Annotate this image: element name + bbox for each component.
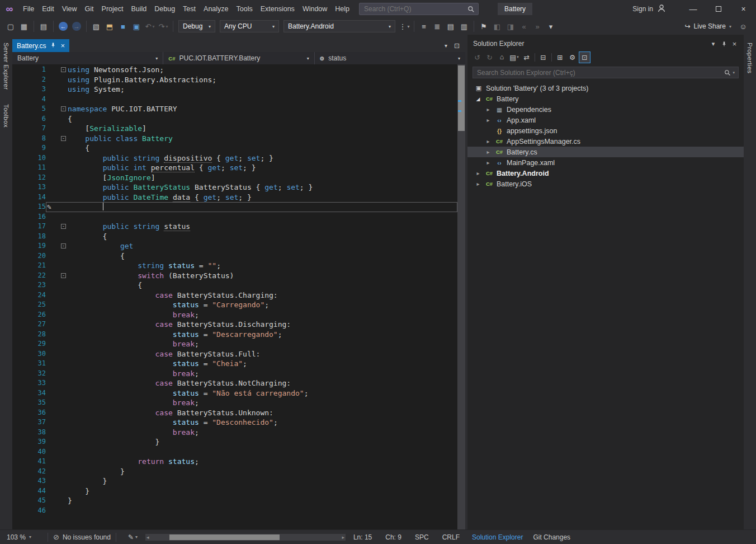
code-line-11[interactable]: 11 public int percentual { get; set; } [12, 163, 457, 173]
decrease-indent-icon[interactable]: « [518, 20, 530, 32]
menu-view[interactable]: View [58, 0, 81, 18]
save-all-icon[interactable]: ▣ [130, 20, 143, 32]
pin-icon[interactable] [719, 41, 729, 47]
code-line-46[interactable]: 46 [12, 506, 457, 516]
code-line-21[interactable]: 21 string status = ""; [12, 261, 457, 271]
code-line-18[interactable]: 18 { [12, 232, 457, 242]
fold-toggle-icon[interactable]: - [61, 224, 66, 229]
search-icon[interactable] [467, 6, 478, 13]
minimize-button[interactable]: — [681, 0, 706, 18]
code-line-2[interactable]: 2using Plugin.Battery.Abstractions; [12, 75, 457, 85]
code-line-14[interactable]: 14 public DateTime data { get; set; } [12, 193, 457, 203]
chevron-expanded-icon[interactable]: ◢ [474, 96, 482, 102]
code-line-33[interactable]: 33 case BatteryStatus.NotCharging: [12, 378, 457, 388]
code-line-40[interactable]: 40 [12, 447, 457, 457]
new-project-icon[interactable]: ▧ [90, 20, 102, 32]
chevron-collapsed-icon[interactable]: ▸ [474, 170, 482, 176]
build-hierarchy-icon[interactable]: ≡ [418, 20, 430, 32]
code-line-27[interactable]: 27 case BatteryStatus.Discharging: [12, 320, 457, 330]
solution-configuration-dropdown[interactable]: Debug▾ [178, 20, 215, 32]
menu-project[interactable]: Project [98, 0, 127, 18]
code-line-20[interactable]: 20 { [12, 251, 457, 261]
fold-toggle-icon[interactable]: - [61, 136, 66, 141]
bottom-tab-git-changes[interactable]: Git Changes [533, 533, 570, 541]
code-line-23[interactable]: 23 { [12, 280, 457, 290]
code-line-38[interactable]: 38 break; [12, 428, 457, 438]
undo-icon[interactable]: ↶▾ [144, 20, 156, 32]
close-button[interactable]: × [731, 0, 756, 18]
project-dropdown[interactable]: Battery ▾ [12, 52, 163, 64]
switch-views-icon[interactable]: ▤▾ [508, 51, 520, 63]
code-line-7[interactable]: 7 [Serializable] [12, 124, 457, 134]
sidebar-tab-server-explorer[interactable]: Server Explorer [3, 43, 10, 90]
tab-battery-cs[interactable]: Battery.cs × [12, 39, 69, 52]
code-line-9[interactable]: 9 { [12, 143, 457, 153]
tree-item-appsettings-json[interactable]: {}appsettings.json [467, 125, 744, 136]
file-structure-icon[interactable]: ≣ [431, 20, 443, 32]
code-line-35[interactable]: 35 break; [12, 398, 457, 408]
fold-toggle-icon[interactable]: - [61, 273, 66, 278]
code-line-29[interactable]: 29 break; [12, 339, 457, 349]
window-position-icon[interactable]: ▾ [708, 40, 719, 48]
code-lines[interactable]: ✎ 1-using Newtonsoft.Json;2using Plugin.… [12, 64, 457, 529]
menu-build[interactable]: Build [127, 0, 150, 18]
comment-icon[interactable]: ◧ [491, 20, 503, 32]
tree-item-solution-battery-3-of-3-projects[interactable]: ▣Solution 'Battery' (3 of 3 projects) [467, 83, 744, 93]
navigate-back-icon[interactable]: ← [57, 20, 69, 32]
code-line-6[interactable]: 6{ [12, 114, 457, 124]
chevron-collapsed-icon[interactable]: ▸ [484, 160, 492, 166]
zoom-dropdown[interactable]: 103 % ▾ [7, 533, 42, 541]
chevron-collapsed-icon[interactable]: ▸ [484, 117, 492, 123]
code-line-36[interactable]: 36 case BatteryStatus.Unknown: [12, 408, 457, 418]
code-line-31[interactable]: 31 status = "Cheia"; [12, 359, 457, 369]
menu-test[interactable]: Test [179, 0, 200, 18]
code-line-37[interactable]: 37 status = "Desconhecido"; [12, 418, 457, 428]
code-line-26[interactable]: 26 break; [12, 310, 457, 320]
code-line-25[interactable]: 25 status = "Carregando"; [12, 300, 457, 310]
home-icon[interactable]: ⌂ [496, 51, 508, 63]
tree-item-battery-android[interactable]: ▸C#Battery.Android [467, 168, 744, 179]
tree-item-battery-ios[interactable]: ▸C#Battery.iOS [467, 179, 744, 189]
back-icon[interactable]: ↺ [471, 51, 483, 63]
new-window-icon[interactable]: ▢ [4, 20, 17, 32]
bookmark-icon[interactable]: ⚑ [478, 20, 490, 32]
chevron-collapsed-icon[interactable]: ▸ [474, 181, 482, 187]
menu-help[interactable]: Help [331, 0, 353, 18]
window-options-icon[interactable]: ⊡ [454, 42, 460, 50]
code-line-44[interactable]: 44 } [12, 486, 457, 496]
search-icon[interactable]: ▾ [724, 69, 738, 76]
menu-git[interactable]: Git [81, 0, 98, 18]
scroll-right-icon[interactable]: ▸ [342, 534, 344, 541]
menu-edit[interactable]: Edit [38, 0, 58, 18]
code-line-12[interactable]: 12 [JsonIgnore] [12, 173, 457, 183]
solution-search-input[interactable] [473, 69, 724, 77]
code-line-45[interactable]: 45} [12, 496, 457, 506]
uncomment-icon[interactable]: ◨ [504, 20, 517, 32]
code-line-1[interactable]: 1-using Newtonsoft.Json; [12, 65, 457, 75]
menu-file[interactable]: File [19, 0, 38, 18]
close-icon[interactable]: × [60, 41, 65, 50]
tree-item-appsettingsmanager-cs[interactable]: ▸C#AppSettingsManager.cs [467, 136, 744, 147]
open-file-icon[interactable]: ⬒ [103, 20, 116, 32]
code-line-41[interactable]: 41 return status; [12, 457, 457, 467]
sync-with-active-document-icon[interactable]: ⇄ [521, 51, 532, 63]
show-all-files-icon[interactable]: ⊞ [554, 51, 566, 63]
code-line-42[interactable]: 42 } [12, 467, 457, 477]
solution-platform-dropdown[interactable]: Any CPU▾ [220, 20, 279, 32]
menu-window[interactable]: Window [299, 0, 331, 18]
sidebar-tab-toolbox[interactable]: Toolbox [3, 104, 10, 128]
toolbar-options-icon[interactable]: ▾ [545, 20, 557, 32]
code-line-13[interactable]: 13 public BatteryStatus BatteryStatus { … [12, 182, 457, 193]
code-line-22[interactable]: 22- switch (BatteryStatus) [12, 271, 457, 281]
scroll-left-icon[interactable]: ◂ [147, 534, 149, 541]
chevron-collapsed-icon[interactable]: ▸ [484, 149, 492, 155]
tree-item-mainpage-xaml[interactable]: ▸‹›MainPage.xaml [467, 157, 744, 168]
code-line-32[interactable]: 32 break; [12, 369, 457, 379]
fold-toggle-icon[interactable]: - [61, 243, 66, 248]
code-line-8[interactable]: 8- public class Battery [12, 134, 457, 144]
issues-indicator[interactable]: ⊘ No issues found [53, 533, 111, 541]
add-item-icon[interactable]: ▦ [18, 20, 30, 32]
tree-item-dependencies[interactable]: ▸▦Dependencies [467, 104, 744, 115]
line-indicator[interactable]: Ln: 15 [353, 533, 372, 541]
save-icon[interactable]: ■ [117, 20, 129, 32]
